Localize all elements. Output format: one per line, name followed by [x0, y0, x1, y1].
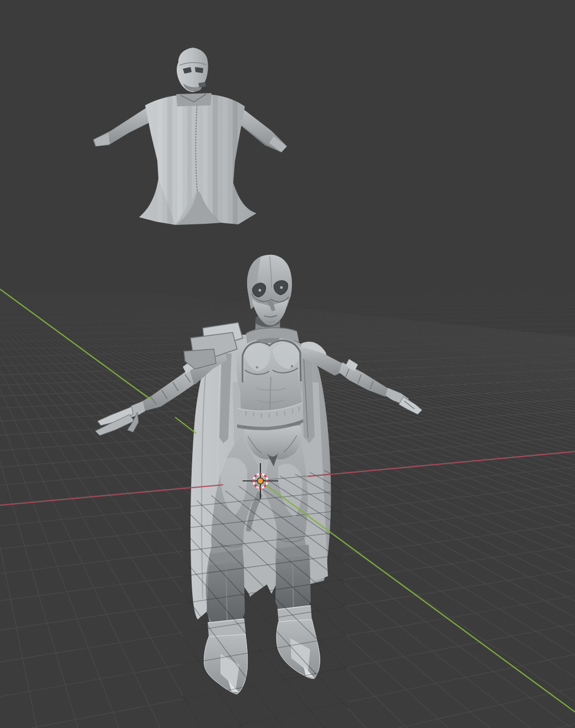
blender-3d-viewport[interactable] — [0, 0, 575, 728]
left-eye-glint — [259, 289, 261, 292]
jacket-collar — [176, 93, 212, 106]
left-nipple — [256, 366, 258, 368]
object-origin-dot[interactable] — [258, 478, 264, 484]
right-nipple — [291, 365, 293, 367]
right-eye-glint — [280, 286, 283, 289]
